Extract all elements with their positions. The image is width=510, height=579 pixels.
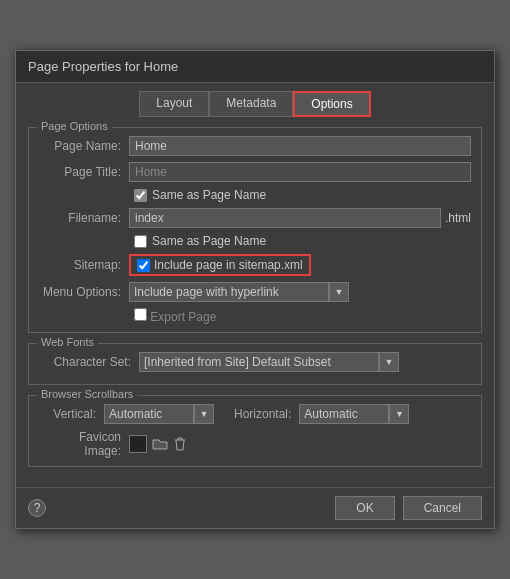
browser-scrollbars-label: Browser Scrollbars [37,388,137,400]
favicon-label: Favicon Image: [39,430,129,458]
vertical-select[interactable]: Automatic Always Never [104,404,194,424]
horizontal-dropdown-arrow[interactable]: ▼ [389,404,409,424]
vertical-select-wrap: Automatic Always Never ▼ [104,404,214,424]
character-set-label: Character Set: [39,355,139,369]
menu-options-label: Menu Options: [39,285,129,299]
page-name-input[interactable] [129,136,471,156]
page-options-label: Page Options [37,120,112,132]
page-title-row: Page Title: [39,162,471,182]
filename-row: Filename: .html [39,208,471,228]
menu-options-dropdown-arrow[interactable]: ▼ [329,282,349,302]
same-as-page-name-row-2: Same as Page Name [134,234,471,248]
character-set-row: Character Set: [Inherited from Site] Def… [39,352,471,372]
filename-label: Filename: [39,211,129,225]
horizontal-select[interactable]: Automatic Always Never [299,404,389,424]
favicon-folder-icon[interactable] [151,435,169,453]
dialog-title: Page Properties for Home [16,51,494,83]
menu-options-select[interactable]: Include page with hyperlink Include page… [129,282,329,302]
export-page-checkbox[interactable] [134,308,147,321]
footer-left: ? [28,499,46,517]
favicon-delete-icon[interactable] [171,435,189,453]
cancel-button[interactable]: Cancel [403,496,482,520]
dialog: Page Properties for Home Layout Metadata… [15,50,495,529]
menu-options-row: Menu Options: Include page with hyperlin… [39,282,471,302]
export-page-label: Export Page [150,310,216,324]
same-as-page-name-checkbox-1[interactable] [134,189,147,202]
sitemap-highlight: Include page in sitemap.xml [129,254,311,276]
export-page-row: Export Page [134,308,471,324]
page-title-label: Page Title: [39,165,129,179]
page-options-section: Page Options Page Name: Page Title: Same… [28,127,482,333]
web-fonts-section: Web Fonts Character Set: [Inherited from… [28,343,482,385]
tab-layout[interactable]: Layout [139,91,209,117]
same-as-page-name-label-2: Same as Page Name [152,234,266,248]
tab-bar: Layout Metadata Options [16,83,494,117]
title-text: Page Properties for Home [28,59,178,74]
help-icon[interactable]: ? [28,499,46,517]
horizontal-label: Horizontal: [234,407,291,421]
favicon-row: Favicon Image: [39,430,471,458]
same-as-page-name-label-1: Same as Page Name [152,188,266,202]
vertical-dropdown-arrow[interactable]: ▼ [194,404,214,424]
sitemap-checkbox-label: Include page in sitemap.xml [154,258,303,272]
sitemap-label: Sitemap: [39,258,129,272]
footer-buttons: OK Cancel [335,496,482,520]
sitemap-checkbox[interactable] [137,259,150,272]
web-fonts-label: Web Fonts [37,336,98,348]
browser-scrollbars-section: Browser Scrollbars Vertical: Automatic A… [28,395,482,467]
filename-input[interactable] [129,208,441,228]
tab-options[interactable]: Options [293,91,370,117]
horizontal-select-wrap: Automatic Always Never ▼ [299,404,409,424]
page-title-input[interactable] [129,162,471,182]
menu-options-select-wrap: Include page with hyperlink Include page… [129,282,349,302]
favicon-image-preview [129,435,147,453]
scrollbars-row: Vertical: Automatic Always Never ▼ Horiz… [39,404,471,424]
vertical-label: Vertical: [39,407,104,421]
page-name-row: Page Name: [39,136,471,156]
dialog-footer: ? OK Cancel [16,487,494,528]
same-as-page-name-checkbox-2[interactable] [134,235,147,248]
page-name-label: Page Name: [39,139,129,153]
content-area: Page Options Page Name: Page Title: Same… [16,117,494,487]
ok-button[interactable]: OK [335,496,394,520]
tab-metadata[interactable]: Metadata [209,91,293,117]
character-set-select-wrap: [Inherited from Site] Default Subset Def… [139,352,399,372]
character-set-dropdown-arrow[interactable]: ▼ [379,352,399,372]
same-as-page-name-row-1: Same as Page Name [134,188,471,202]
character-set-select[interactable]: [Inherited from Site] Default Subset Def… [139,352,379,372]
filename-suffix: .html [445,211,471,225]
sitemap-row: Sitemap: Include page in sitemap.xml [39,254,471,276]
